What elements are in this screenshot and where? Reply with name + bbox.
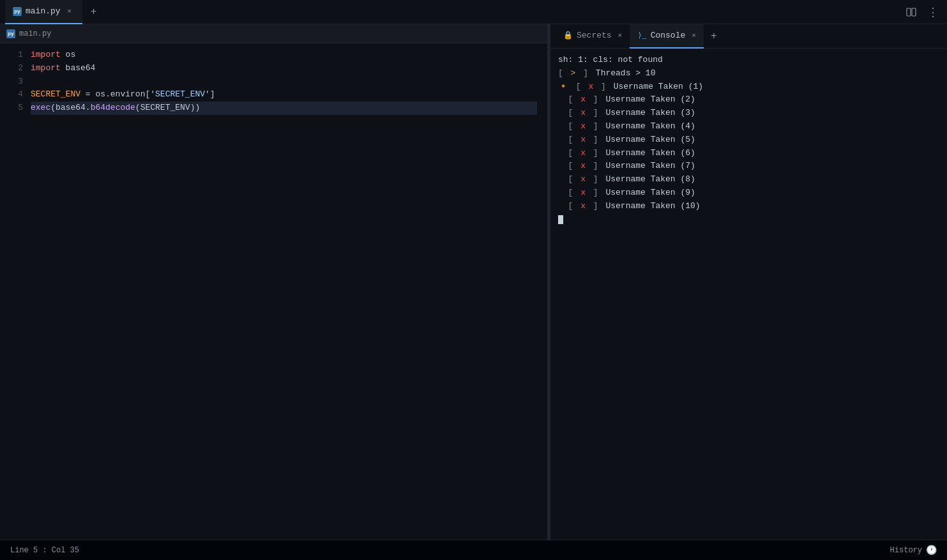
line-number-4: 4 — [0, 88, 23, 102]
console-cursor-line — [558, 213, 939, 227]
cursor-position: Line 5 : Col 35 — [10, 546, 79, 555]
code-line-2: import base64 — [31, 62, 537, 75]
console-line-6: [ x ] Username Taken (4) — [558, 120, 939, 133]
console-line-12: [ x ] Username Taken (10) — [558, 200, 939, 213]
line-number-2: 2 — [0, 62, 23, 75]
svg-rect-0 — [907, 8, 911, 16]
console-line-10: [ x ] Username Taken (8) — [558, 173, 939, 186]
console-cursor — [558, 215, 563, 224]
history-label[interactable]: History — [890, 546, 922, 555]
more-icon: ⋮ — [927, 5, 939, 19]
console-line-11: [ x ] Username Taken (9) — [558, 186, 939, 200]
console-line-2: [ > ] Threads > 10 — [558, 67, 939, 80]
console-tab-bar: 🔒 Secrets × ⟩_ Console × + — [550, 24, 947, 49]
split-editor-button[interactable] — [902, 3, 920, 21]
tab-secrets[interactable]: 🔒 Secrets × — [556, 24, 630, 49]
editor-panel: py main.py 1 2 3 4 5 import os import ba… — [0, 24, 548, 540]
editor-file-tab: py main.py — [0, 24, 547, 43]
console-line-9: [ x ] Username Taken (7) — [558, 160, 939, 173]
status-bar-right: History 🕐 — [890, 545, 937, 556]
line-number-5: 5 — [0, 102, 23, 115]
editor-file-python-icon: py — [6, 29, 15, 38]
line-number-3: 3 — [0, 75, 23, 89]
add-editor-tab-button[interactable]: + — [85, 3, 103, 21]
tab-secrets-close[interactable]: × — [618, 32, 623, 40]
split-icon — [906, 7, 916, 17]
history-icon[interactable]: 🕐 — [926, 545, 937, 556]
more-options-button[interactable]: ⋮ — [924, 3, 942, 21]
editor-tab-bar: py main.py × + ⋮ — [0, 0, 947, 24]
console-output: sh: 1: cls: not found [ > ] Threads > 10… — [550, 49, 947, 540]
console-line-8: [ x ] Username Taken (6) — [558, 147, 939, 160]
tab-main-py-label: main.py — [26, 6, 61, 16]
tab-main-py-close[interactable]: × — [64, 6, 75, 17]
editor-toolbar: ⋮ — [902, 3, 942, 21]
editor-file-tab-label: main.py — [19, 29, 51, 38]
console-line-7: [ x ] Username Taken (5) — [558, 133, 939, 147]
code-line-1: import os — [31, 49, 537, 62]
tab-main-py[interactable]: py main.py × — [5, 0, 82, 24]
add-console-tab-button[interactable]: + — [706, 29, 722, 44]
console-line-1: sh: 1: cls: not found — [558, 54, 939, 67]
line-numbers: 1 2 3 4 5 — [0, 49, 31, 534]
line-number-1: 1 — [0, 49, 23, 62]
tab-console-close[interactable]: × — [692, 32, 696, 40]
python-file-icon: py — [13, 7, 22, 16]
editor-code-area[interactable]: 1 2 3 4 5 import os import base64 SECRET… — [0, 43, 547, 540]
status-bar: Line 5 : Col 35 History 🕐 — [0, 540, 947, 560]
tab-console[interactable]: ⟩_ Console × — [630, 24, 704, 49]
console-line-4: [ x ] Username Taken (2) — [558, 93, 939, 107]
console-panel: 🔒 Secrets × ⟩_ Console × + sh: 1: cls: n… — [550, 24, 947, 540]
svg-rect-1 — [912, 8, 916, 16]
code-lines: import os import base64 SECRET_ENV = os.… — [31, 49, 547, 534]
code-line-5: exec(base64.b64decode(SECRET_ENV)) — [31, 102, 537, 115]
code-line-3 — [31, 75, 537, 89]
console-icon: ⟩_ — [637, 31, 646, 40]
tab-console-label: Console — [651, 31, 686, 40]
lock-icon: 🔒 — [563, 31, 573, 40]
main-layout: py main.py 1 2 3 4 5 import os import ba… — [0, 24, 947, 540]
console-line-3: 🔸 [ x ] Username Taken (1) — [558, 80, 939, 94]
tab-secrets-label: Secrets — [577, 31, 612, 40]
code-line-4: SECRET_ENV = os.environ['SECRET_ENV'] — [31, 88, 537, 102]
console-line-5: [ x ] Username Taken (3) — [558, 107, 939, 120]
